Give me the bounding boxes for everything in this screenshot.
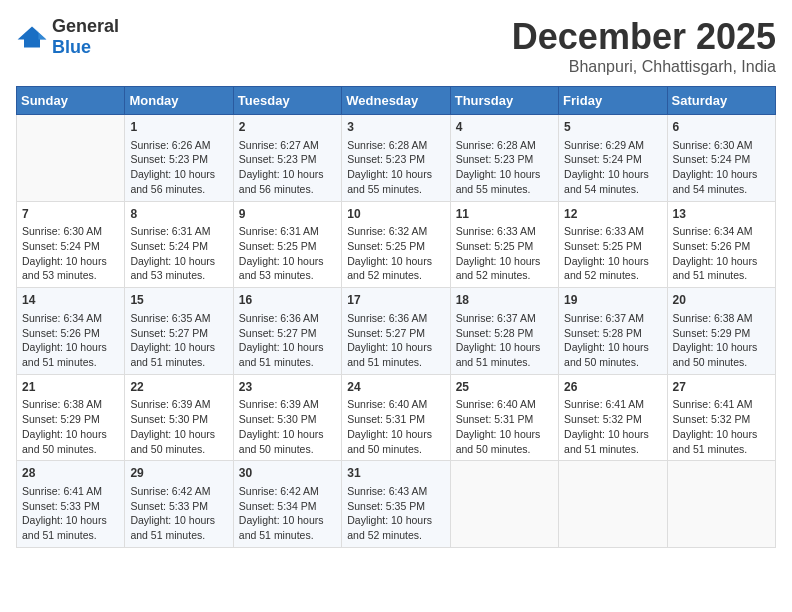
day-info: Sunrise: 6:39 AM Sunset: 5:30 PM Dayligh… — [239, 397, 336, 456]
day-number: 15 — [130, 292, 227, 309]
day-cell — [667, 461, 775, 548]
day-number: 11 — [456, 206, 553, 223]
day-number: 5 — [564, 119, 661, 136]
logo-icon — [16, 25, 48, 49]
logo: General Blue — [16, 16, 119, 58]
day-info: Sunrise: 6:37 AM Sunset: 5:28 PM Dayligh… — [456, 311, 553, 370]
day-number: 23 — [239, 379, 336, 396]
day-cell: 16Sunrise: 6:36 AM Sunset: 5:27 PM Dayli… — [233, 288, 341, 375]
day-cell: 19Sunrise: 6:37 AM Sunset: 5:28 PM Dayli… — [559, 288, 667, 375]
calendar-body: 1Sunrise: 6:26 AM Sunset: 5:23 PM Daylig… — [17, 115, 776, 548]
day-cell: 18Sunrise: 6:37 AM Sunset: 5:28 PM Dayli… — [450, 288, 558, 375]
day-number: 22 — [130, 379, 227, 396]
header-row: Sunday Monday Tuesday Wednesday Thursday… — [17, 87, 776, 115]
day-cell: 17Sunrise: 6:36 AM Sunset: 5:27 PM Dayli… — [342, 288, 450, 375]
col-wednesday: Wednesday — [342, 87, 450, 115]
day-info: Sunrise: 6:34 AM Sunset: 5:26 PM Dayligh… — [673, 224, 770, 283]
title-area: December 2025 Bhanpuri, Chhattisgarh, In… — [512, 16, 776, 76]
day-info: Sunrise: 6:31 AM Sunset: 5:25 PM Dayligh… — [239, 224, 336, 283]
day-number: 6 — [673, 119, 770, 136]
day-info: Sunrise: 6:36 AM Sunset: 5:27 PM Dayligh… — [239, 311, 336, 370]
day-number: 26 — [564, 379, 661, 396]
day-info: Sunrise: 6:41 AM Sunset: 5:32 PM Dayligh… — [673, 397, 770, 456]
day-cell: 7Sunrise: 6:30 AM Sunset: 5:24 PM Daylig… — [17, 201, 125, 288]
day-cell: 8Sunrise: 6:31 AM Sunset: 5:24 PM Daylig… — [125, 201, 233, 288]
day-cell: 25Sunrise: 6:40 AM Sunset: 5:31 PM Dayli… — [450, 374, 558, 461]
day-info: Sunrise: 6:42 AM Sunset: 5:34 PM Dayligh… — [239, 484, 336, 543]
logo-general: General — [52, 16, 119, 36]
day-number: 12 — [564, 206, 661, 223]
col-monday: Monday — [125, 87, 233, 115]
day-info: Sunrise: 6:26 AM Sunset: 5:23 PM Dayligh… — [130, 138, 227, 197]
day-info: Sunrise: 6:30 AM Sunset: 5:24 PM Dayligh… — [22, 224, 119, 283]
day-number: 31 — [347, 465, 444, 482]
day-info: Sunrise: 6:42 AM Sunset: 5:33 PM Dayligh… — [130, 484, 227, 543]
day-number: 7 — [22, 206, 119, 223]
day-number: 1 — [130, 119, 227, 136]
day-info: Sunrise: 6:34 AM Sunset: 5:26 PM Dayligh… — [22, 311, 119, 370]
col-friday: Friday — [559, 87, 667, 115]
day-number: 28 — [22, 465, 119, 482]
day-info: Sunrise: 6:40 AM Sunset: 5:31 PM Dayligh… — [347, 397, 444, 456]
day-info: Sunrise: 6:37 AM Sunset: 5:28 PM Dayligh… — [564, 311, 661, 370]
week-row-5: 28Sunrise: 6:41 AM Sunset: 5:33 PM Dayli… — [17, 461, 776, 548]
day-cell — [17, 115, 125, 202]
day-number: 13 — [673, 206, 770, 223]
day-cell: 27Sunrise: 6:41 AM Sunset: 5:32 PM Dayli… — [667, 374, 775, 461]
col-saturday: Saturday — [667, 87, 775, 115]
header: General Blue December 2025 Bhanpuri, Chh… — [16, 16, 776, 76]
day-cell: 1Sunrise: 6:26 AM Sunset: 5:23 PM Daylig… — [125, 115, 233, 202]
day-number: 9 — [239, 206, 336, 223]
col-thursday: Thursday — [450, 87, 558, 115]
location-subtitle: Bhanpuri, Chhattisgarh, India — [512, 58, 776, 76]
day-number: 19 — [564, 292, 661, 309]
day-number: 3 — [347, 119, 444, 136]
logo-text: General Blue — [52, 16, 119, 58]
day-cell: 10Sunrise: 6:32 AM Sunset: 5:25 PM Dayli… — [342, 201, 450, 288]
day-info: Sunrise: 6:33 AM Sunset: 5:25 PM Dayligh… — [456, 224, 553, 283]
day-number: 16 — [239, 292, 336, 309]
day-number: 4 — [456, 119, 553, 136]
day-info: Sunrise: 6:32 AM Sunset: 5:25 PM Dayligh… — [347, 224, 444, 283]
day-cell: 20Sunrise: 6:38 AM Sunset: 5:29 PM Dayli… — [667, 288, 775, 375]
week-row-2: 7Sunrise: 6:30 AM Sunset: 5:24 PM Daylig… — [17, 201, 776, 288]
day-number: 27 — [673, 379, 770, 396]
week-row-4: 21Sunrise: 6:38 AM Sunset: 5:29 PM Dayli… — [17, 374, 776, 461]
day-number: 20 — [673, 292, 770, 309]
day-cell: 30Sunrise: 6:42 AM Sunset: 5:34 PM Dayli… — [233, 461, 341, 548]
day-info: Sunrise: 6:40 AM Sunset: 5:31 PM Dayligh… — [456, 397, 553, 456]
day-number: 8 — [130, 206, 227, 223]
day-cell: 23Sunrise: 6:39 AM Sunset: 5:30 PM Dayli… — [233, 374, 341, 461]
day-cell: 24Sunrise: 6:40 AM Sunset: 5:31 PM Dayli… — [342, 374, 450, 461]
day-info: Sunrise: 6:43 AM Sunset: 5:35 PM Dayligh… — [347, 484, 444, 543]
logo-blue: Blue — [52, 37, 91, 57]
day-cell: 29Sunrise: 6:42 AM Sunset: 5:33 PM Dayli… — [125, 461, 233, 548]
day-info: Sunrise: 6:31 AM Sunset: 5:24 PM Dayligh… — [130, 224, 227, 283]
day-cell: 28Sunrise: 6:41 AM Sunset: 5:33 PM Dayli… — [17, 461, 125, 548]
day-cell: 11Sunrise: 6:33 AM Sunset: 5:25 PM Dayli… — [450, 201, 558, 288]
month-title: December 2025 — [512, 16, 776, 58]
day-cell: 14Sunrise: 6:34 AM Sunset: 5:26 PM Dayli… — [17, 288, 125, 375]
day-number: 25 — [456, 379, 553, 396]
day-info: Sunrise: 6:30 AM Sunset: 5:24 PM Dayligh… — [673, 138, 770, 197]
day-number: 2 — [239, 119, 336, 136]
day-cell: 21Sunrise: 6:38 AM Sunset: 5:29 PM Dayli… — [17, 374, 125, 461]
day-cell — [559, 461, 667, 548]
col-tuesday: Tuesday — [233, 87, 341, 115]
day-cell: 6Sunrise: 6:30 AM Sunset: 5:24 PM Daylig… — [667, 115, 775, 202]
day-info: Sunrise: 6:39 AM Sunset: 5:30 PM Dayligh… — [130, 397, 227, 456]
calendar-table: Sunday Monday Tuesday Wednesday Thursday… — [16, 86, 776, 548]
day-number: 24 — [347, 379, 444, 396]
day-info: Sunrise: 6:33 AM Sunset: 5:25 PM Dayligh… — [564, 224, 661, 283]
day-info: Sunrise: 6:28 AM Sunset: 5:23 PM Dayligh… — [456, 138, 553, 197]
calendar-header: Sunday Monday Tuesday Wednesday Thursday… — [17, 87, 776, 115]
day-number: 30 — [239, 465, 336, 482]
day-info: Sunrise: 6:36 AM Sunset: 5:27 PM Dayligh… — [347, 311, 444, 370]
day-info: Sunrise: 6:41 AM Sunset: 5:32 PM Dayligh… — [564, 397, 661, 456]
day-info: Sunrise: 6:28 AM Sunset: 5:23 PM Dayligh… — [347, 138, 444, 197]
week-row-1: 1Sunrise: 6:26 AM Sunset: 5:23 PM Daylig… — [17, 115, 776, 202]
day-number: 17 — [347, 292, 444, 309]
day-info: Sunrise: 6:38 AM Sunset: 5:29 PM Dayligh… — [673, 311, 770, 370]
day-number: 21 — [22, 379, 119, 396]
day-cell: 26Sunrise: 6:41 AM Sunset: 5:32 PM Dayli… — [559, 374, 667, 461]
